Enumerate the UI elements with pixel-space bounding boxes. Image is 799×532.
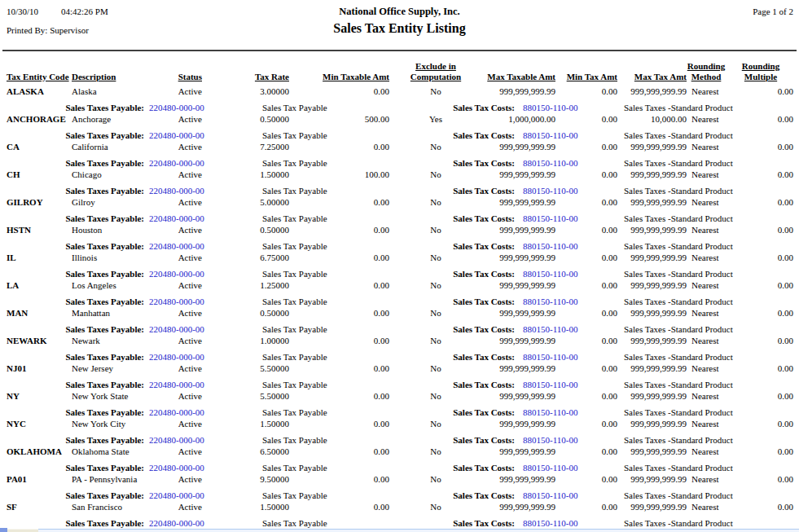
- payable-account-link[interactable]: 220480-000-00: [149, 297, 226, 308]
- scrollbar-left-button[interactable]: [7, 529, 38, 532]
- costs-account-link[interactable]: 880150-110-00: [523, 352, 600, 363]
- rounding-multiple: 0.00: [737, 336, 793, 347]
- column-header-text: Max Tax Amt: [626, 72, 687, 82]
- min-tax-amt: 0.00: [566, 86, 617, 98]
- entity-status: Active: [143, 308, 202, 319]
- column-header-text: Exclude in: [405, 61, 467, 72]
- table-row-accounts: Sales Taxes Payable:220480-000-00Sales T…: [0, 352, 799, 363]
- table-row-accounts: Sales Taxes Payable:220480-000-00Sales T…: [0, 241, 799, 253]
- costs-account-description: Sales Taxes -Standard Product: [624, 213, 766, 225]
- window-corner: [0, 528, 7, 532]
- payable-account-link[interactable]: 220480-000-00: [149, 130, 226, 142]
- entity-status: Active: [143, 86, 202, 98]
- payable-account-description: Sales Tax Payable: [262, 269, 393, 280]
- payable-account-link[interactable]: 220480-000-00: [149, 407, 226, 419]
- costs-account-link[interactable]: 880150-110-00: [523, 490, 600, 502]
- sales-taxes-payable-label: Sales Taxes Payable:: [45, 324, 144, 336]
- rounding-multiple: 0.00: [737, 308, 793, 319]
- payable-account-link[interactable]: 220480-000-00: [149, 380, 226, 391]
- payable-account-link[interactable]: 220480-000-00: [149, 213, 226, 225]
- max-taxable-amt: 1,000,000.00: [471, 114, 555, 125]
- sales-tax-costs-label: Sales Tax Costs:: [444, 352, 515, 363]
- tax-rate: 1.50000: [224, 419, 289, 430]
- payable-account-link[interactable]: 220480-000-00: [149, 241, 226, 253]
- entity-status: Active: [143, 114, 202, 125]
- max-taxable-amt: 999,999,999.99: [471, 363, 555, 375]
- tax-rate: 6.50000: [224, 446, 289, 458]
- costs-account-link[interactable]: 880150-110-00: [523, 435, 600, 446]
- max-tax-amt: 999,999,999.99: [626, 86, 687, 98]
- exclude-in-computation: Yes: [405, 114, 467, 125]
- column-header-text: Method: [684, 72, 728, 82]
- payable-account-link[interactable]: 220480-000-00: [149, 103, 226, 114]
- max-tax-amt: 999,999,999.99: [626, 197, 687, 209]
- entity-code: HSTN: [7, 225, 70, 236]
- payable-account-link[interactable]: 220480-000-00: [149, 324, 226, 336]
- entity-status: Active: [143, 391, 202, 402]
- max-tax-amt: 999,999,999.99: [626, 253, 687, 264]
- sales-taxes-payable-label: Sales Taxes Payable:: [45, 158, 144, 169]
- entity-status: Active: [143, 169, 202, 181]
- table-body: ALASKAAlaskaActive3.000000.00No999,999,9…: [0, 86, 799, 530]
- tax-entity-group: SFSan FranciscoActive1.500000.00No999,99…: [0, 502, 799, 530]
- payable-account-description: Sales Tax Payable: [262, 297, 393, 308]
- column-header-min_tax_amt: Min Tax Amt: [566, 72, 617, 82]
- costs-account-link[interactable]: 880150-110-00: [523, 324, 600, 336]
- table-row-accounts: Sales Taxes Payable:220480-000-00Sales T…: [0, 490, 799, 502]
- scrollbar-track[interactable]: [38, 529, 799, 532]
- costs-account-link[interactable]: 880150-110-00: [523, 158, 600, 169]
- min-tax-amt: 0.00: [566, 308, 617, 319]
- sales-taxes-payable-label: Sales Taxes Payable:: [45, 241, 144, 253]
- table-row: NEWARKNewarkActive1.000000.00No999,999,9…: [0, 336, 799, 347]
- tax-rate: 1.50000: [224, 169, 289, 181]
- max-tax-amt: 999,999,999.99: [626, 474, 687, 486]
- max-tax-amt: 10,000.00: [626, 114, 687, 125]
- min-tax-amt: 0.00: [566, 363, 617, 375]
- min-tax-amt: 0.00: [566, 391, 617, 402]
- costs-account-link[interactable]: 880150-110-00: [523, 297, 600, 308]
- costs-account-link[interactable]: 880150-110-00: [523, 186, 600, 197]
- costs-account-link[interactable]: 880150-110-00: [523, 380, 600, 391]
- rounding-multiple: 0.00: [737, 142, 793, 153]
- sales-taxes-payable-label: Sales Taxes Payable:: [45, 407, 144, 419]
- max-tax-amt: 999,999,999.99: [626, 419, 687, 430]
- min-taxable-amt: 0.00: [318, 280, 389, 292]
- horizontal-scrollbar[interactable]: [0, 528, 799, 532]
- tax-rate: 0.50000: [224, 308, 289, 319]
- tax-entity-group: OKLAHOMAOklahoma StateActive6.500000.00N…: [0, 446, 799, 474]
- report-title: Sales Tax Entity Listing: [0, 21, 799, 36]
- payable-account-link[interactable]: 220480-000-00: [149, 463, 226, 474]
- rounding-multiple: 0.00: [737, 169, 793, 181]
- entity-status: Active: [143, 142, 202, 153]
- costs-account-link[interactable]: 880150-110-00: [523, 103, 600, 114]
- payable-account-description: Sales Tax Payable: [262, 463, 393, 474]
- sales-tax-costs-label: Sales Tax Costs:: [444, 186, 515, 197]
- sales-tax-costs-label: Sales Tax Costs:: [444, 241, 515, 253]
- exclude-in-computation: No: [405, 419, 467, 430]
- costs-account-link[interactable]: 880150-110-00: [523, 463, 600, 474]
- column-header-exclude_in_computation: Exclude inComputation: [405, 61, 467, 82]
- max-taxable-amt: 999,999,999.99: [471, 336, 555, 347]
- costs-account-link[interactable]: 880150-110-00: [523, 130, 600, 142]
- payable-account-link[interactable]: 220480-000-00: [149, 435, 226, 446]
- entity-code: NEWARK: [7, 336, 70, 347]
- costs-account-link[interactable]: 880150-110-00: [523, 269, 600, 280]
- payable-account-link[interactable]: 220480-000-00: [149, 352, 226, 363]
- tax-entity-group: CACaliforniaActive7.250000.00No999,999,9…: [0, 142, 799, 169]
- report-page: 10/30/10 04:42:26 PM National Office Sup…: [0, 0, 799, 532]
- min-tax-amt: 0.00: [566, 253, 617, 264]
- payable-account-link[interactable]: 220480-000-00: [149, 186, 226, 197]
- costs-account-description: Sales Taxes -Standard Product: [624, 435, 766, 446]
- payable-account-link[interactable]: 220480-000-00: [149, 269, 226, 280]
- payable-account-link[interactable]: 220480-000-00: [149, 490, 226, 502]
- costs-account-link[interactable]: 880150-110-00: [523, 407, 600, 419]
- tax-rate: 1.50000: [224, 502, 289, 513]
- tax-rate: 7.25000: [224, 142, 289, 153]
- costs-account-link[interactable]: 880150-110-00: [523, 241, 600, 253]
- min-tax-amt: 0.00: [566, 336, 617, 347]
- company-name: National Office Supply, Inc.: [0, 6, 799, 18]
- max-tax-amt: 999,999,999.99: [626, 280, 687, 292]
- costs-account-link[interactable]: 880150-110-00: [523, 213, 600, 225]
- payable-account-link[interactable]: 220480-000-00: [149, 158, 226, 169]
- column-header-text: Min Taxable Amt: [318, 72, 389, 82]
